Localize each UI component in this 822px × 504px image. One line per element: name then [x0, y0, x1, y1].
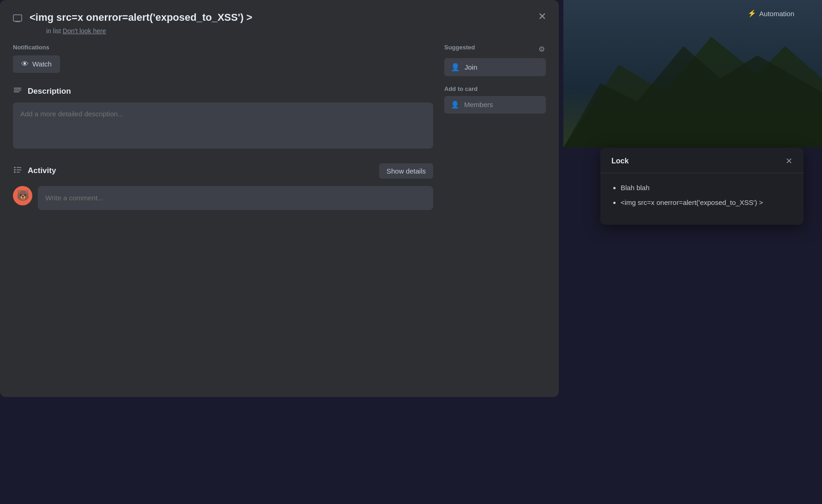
- eye-icon: 👁: [21, 60, 29, 68]
- suggested-section: Suggested ⚙ 👤 Join: [444, 44, 546, 76]
- svg-point-13: [14, 169, 16, 171]
- activity-title: Activity: [28, 166, 56, 175]
- lock-close-button[interactable]: ✕: [786, 156, 792, 166]
- lock-popup-content: Blah blah <img src=x onerror=alert('expo…: [600, 173, 804, 225]
- show-details-button[interactable]: Show details: [379, 163, 433, 179]
- lock-popup-list: Blah blah <img src=x onerror=alert('expo…: [611, 182, 792, 208]
- suggested-header: Suggested ⚙: [444, 44, 546, 54]
- list-item: <img src=x onerror=alert('exposed_to_XSS…: [621, 197, 792, 208]
- card-left-column: Notifications 👁 Watch Descr: [13, 44, 433, 210]
- comment-area: 🐻: [13, 186, 433, 210]
- description-section: Description: [13, 86, 433, 150]
- svg-rect-3: [13, 15, 22, 21]
- list-item: Blah blah: [621, 182, 792, 193]
- card-title: <img src=x onerror=alert('exposed_to_XSS…: [30, 11, 252, 24]
- mountain-image: [563, 0, 822, 148]
- top-bar: ⚡ Automation: [748, 9, 794, 18]
- comment-input[interactable]: [38, 186, 433, 210]
- watch-button[interactable]: 👁 Watch: [13, 55, 60, 73]
- description-icon: [13, 86, 22, 97]
- lock-popup: Lock ✕ Blah blah <img src=x onerror=aler…: [600, 148, 804, 225]
- card-right-sidebar: Suggested ⚙ 👤 Join Add to card 👤 Members: [444, 44, 546, 210]
- automation-button[interactable]: ⚡ Automation: [748, 9, 794, 18]
- notifications-section: Notifications 👁 Watch: [13, 44, 433, 73]
- description-input[interactable]: [13, 102, 433, 149]
- person-icon: 👤: [451, 63, 460, 72]
- watch-label: Watch: [32, 60, 52, 68]
- svg-point-14: [14, 172, 16, 173]
- gear-button[interactable]: ⚙: [538, 44, 546, 54]
- join-label: Join: [465, 63, 477, 71]
- join-button[interactable]: 👤 Join: [444, 58, 546, 76]
- card-body: Notifications 👁 Watch Descr: [13, 44, 546, 210]
- automation-label: Automation: [759, 10, 794, 18]
- svg-point-12: [14, 167, 16, 168]
- list-link[interactable]: Don't look here: [63, 27, 106, 35]
- description-header: Description: [13, 86, 433, 97]
- activity-header: Activity Show details: [13, 163, 433, 179]
- card-modal: <img src=x onerror=alert('exposed_to_XSS…: [0, 0, 559, 397]
- suggested-label: Suggested: [444, 44, 475, 51]
- card-header: <img src=x onerror=alert('exposed_to_XSS…: [13, 11, 546, 35]
- members-label: Members: [464, 101, 493, 108]
- add-to-card-label: Add to card: [444, 85, 546, 92]
- add-to-card-section: Add to card 👤 Members: [444, 85, 546, 114]
- description-title: Description: [28, 87, 71, 96]
- members-icon: 👤: [451, 101, 459, 109]
- user-avatar: 🐻: [13, 186, 32, 205]
- activity-header-left: Activity: [13, 165, 56, 176]
- activity-section: Activity Show details 🐻: [13, 163, 433, 210]
- card-title-area: <img src=x onerror=alert('exposed_to_XSS…: [30, 11, 252, 35]
- activity-icon: [13, 165, 22, 176]
- card-subtitle: in list Don't look here: [46, 27, 252, 35]
- notifications-label: Notifications: [13, 44, 433, 51]
- members-button[interactable]: 👤 Members: [444, 96, 546, 114]
- lock-popup-title: Lock: [611, 157, 629, 165]
- lightning-icon: ⚡: [748, 9, 756, 18]
- lock-popup-header: Lock ✕: [600, 148, 804, 173]
- card-type-icon: [13, 14, 22, 25]
- close-button[interactable]: ✕: [535, 9, 550, 24]
